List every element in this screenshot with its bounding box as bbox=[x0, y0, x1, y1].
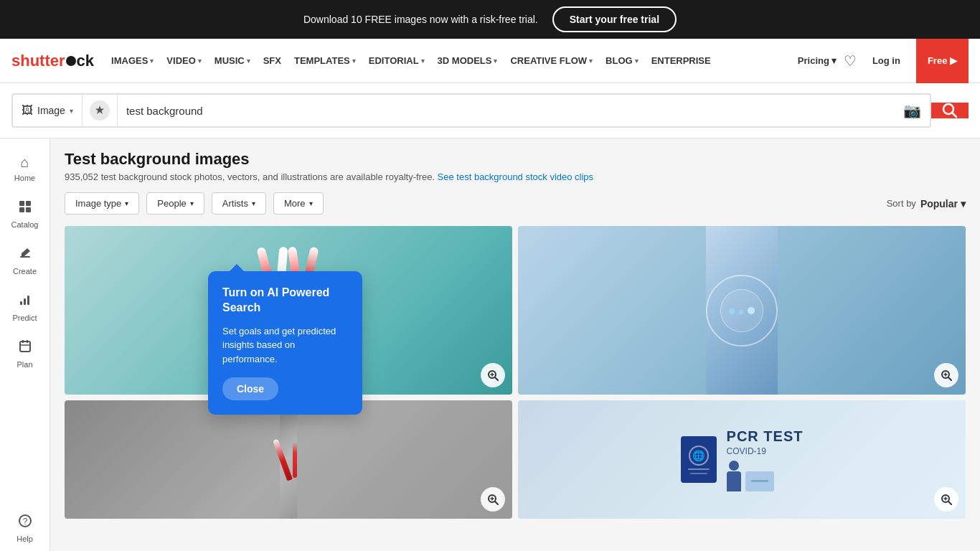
nav-enterprise[interactable]: ENTERPRISE bbox=[646, 51, 717, 70]
ai-popup-close-button[interactable]: Close bbox=[222, 377, 278, 400]
sort-value-button[interactable]: Popular ▾ bbox=[920, 198, 966, 209]
chevron-down-icon: ▾ bbox=[961, 198, 966, 209]
nav-actions: Pricing ▾ ♡ Log in Free ▶ bbox=[798, 39, 969, 83]
chevron-down-icon: ▾ bbox=[831, 55, 837, 66]
search-bar: 🖼 Image ▾ 📷 bbox=[11, 93, 931, 128]
svg-rect-2 bbox=[19, 201, 24, 206]
image-type-icon: 🖼 bbox=[22, 104, 33, 117]
nav-blog[interactable]: BLOG ▾ bbox=[600, 51, 644, 70]
main-content: Test background images 935,052 test back… bbox=[50, 138, 980, 551]
camera-search-icon[interactable]: 📷 bbox=[895, 102, 930, 119]
chevron-down-icon: ▾ bbox=[247, 57, 250, 65]
svg-rect-3 bbox=[26, 201, 31, 206]
nav-creative-flow[interactable]: CREATIVE FLOW ▾ bbox=[504, 51, 598, 70]
sort-by-container: Sort by Popular ▾ bbox=[887, 198, 966, 209]
image-card-tech-hands[interactable] bbox=[518, 226, 966, 395]
chevron-down-icon: ▾ bbox=[150, 57, 154, 65]
sidebar-item-plan[interactable]: Plan bbox=[0, 331, 50, 377]
svg-line-1 bbox=[952, 113, 956, 117]
logo-text-part1: shutter bbox=[11, 52, 65, 70]
svg-rect-8 bbox=[24, 298, 26, 305]
sidebar-item-create[interactable]: Create bbox=[0, 237, 50, 284]
results-title: Test background images bbox=[65, 150, 966, 169]
svg-line-21 bbox=[948, 377, 951, 380]
ai-popup: Turn on AI Powered Search Set goals and … bbox=[208, 271, 362, 415]
nav-templates[interactable]: TEMPLATES ▾ bbox=[288, 51, 362, 70]
catalog-icon bbox=[18, 199, 32, 217]
logo[interactable]: shutterck bbox=[11, 52, 94, 70]
nav-editorial[interactable]: EDITORIAL ▾ bbox=[363, 51, 430, 70]
chevron-down-icon: ▾ bbox=[70, 107, 73, 115]
pcr-subtitle: COVID-19 bbox=[727, 446, 766, 456]
sidebar-item-help[interactable]: ? Help bbox=[0, 505, 50, 551]
zoom-icon bbox=[941, 494, 952, 505]
search-input[interactable] bbox=[118, 105, 895, 117]
filter-more[interactable]: More ▾ bbox=[273, 192, 324, 215]
chevron-down-icon: ▾ bbox=[125, 199, 128, 207]
pcr-title: PCR TEST bbox=[727, 428, 804, 445]
top-banner: Download 10 FREE images now with a risk-… bbox=[0, 0, 980, 39]
chevron-down-icon: ▾ bbox=[494, 57, 497, 65]
popup-triangle bbox=[230, 264, 244, 271]
filter-image-type[interactable]: Image type ▾ bbox=[65, 192, 139, 215]
help-icon: ? bbox=[18, 514, 32, 532]
sidebar-item-home[interactable]: ⌂ Home bbox=[0, 146, 50, 191]
sidebar: ⌂ Home Catalog Create bbox=[0, 138, 50, 551]
svg-rect-4 bbox=[19, 207, 24, 212]
search-icon bbox=[942, 103, 958, 118]
filter-artists[interactable]: Artists ▾ bbox=[212, 192, 266, 215]
image-card-blood-test[interactable] bbox=[65, 400, 512, 519]
chevron-down-icon: ▾ bbox=[352, 57, 356, 65]
sidebar-item-predict[interactable]: Predict bbox=[0, 284, 50, 331]
banner-text: Download 10 FREE images now with a risk-… bbox=[303, 14, 538, 25]
predict-icon bbox=[18, 293, 32, 311]
logo-dot bbox=[66, 56, 76, 66]
search-button[interactable] bbox=[931, 103, 969, 118]
svg-line-17 bbox=[495, 377, 498, 380]
page-layout: ⌂ Home Catalog Create bbox=[0, 138, 980, 551]
ai-search-toggle[interactable] bbox=[83, 95, 118, 126]
svg-rect-7 bbox=[20, 301, 22, 305]
zoom-button[interactable] bbox=[934, 363, 958, 387]
nav-video[interactable]: VIDEO ▾ bbox=[161, 51, 207, 70]
zoom-button[interactable] bbox=[481, 487, 505, 512]
nav-pricing[interactable]: Pricing ▾ bbox=[798, 55, 837, 66]
nav-items: IMAGES ▾ VIDEO ▾ MUSIC ▾ SFX TEMPLATES ▾… bbox=[105, 51, 795, 70]
favorites-icon[interactable]: ♡ bbox=[844, 52, 857, 70]
chevron-down-icon: ▾ bbox=[198, 57, 202, 65]
svg-rect-9 bbox=[27, 296, 29, 305]
sidebar-item-catalog[interactable]: Catalog bbox=[0, 191, 50, 237]
image-grid: COVID-19 LABORATORY TEST ⬛ STOP CORONAVI… bbox=[65, 226, 966, 519]
chevron-down-icon: ▾ bbox=[589, 57, 593, 65]
nav-sfx[interactable]: SFX bbox=[258, 51, 287, 70]
free-button[interactable]: Free ▶ bbox=[916, 39, 969, 83]
zoom-icon bbox=[487, 494, 499, 505]
svg-line-25 bbox=[495, 501, 498, 504]
filters-row: Image type ▾ People ▾ Artists ▾ More ▾ S… bbox=[65, 192, 966, 215]
chevron-down-icon: ▾ bbox=[190, 199, 194, 207]
nav-images[interactable]: IMAGES ▾ bbox=[105, 51, 159, 70]
svg-rect-10 bbox=[20, 342, 30, 352]
login-button[interactable]: Log in bbox=[864, 51, 909, 70]
nav-music[interactable]: MUSIC ▾ bbox=[209, 51, 256, 70]
zoom-button[interactable] bbox=[934, 487, 958, 512]
search-type-label: Image bbox=[37, 105, 65, 116]
logo-text-part2: ck bbox=[77, 52, 94, 70]
ai-popup-title: Turn on AI Powered Search bbox=[222, 286, 348, 316]
sort-label: Sort by bbox=[887, 198, 916, 209]
chevron-down-icon: ▾ bbox=[635, 57, 639, 65]
search-type-selector[interactable]: 🖼 Image ▾ bbox=[13, 95, 83, 126]
zoom-icon bbox=[941, 369, 952, 381]
filter-people[interactable]: People ▾ bbox=[146, 192, 204, 215]
svg-rect-6 bbox=[20, 256, 30, 258]
svg-line-29 bbox=[948, 501, 951, 504]
trial-button[interactable]: Start your free trial bbox=[552, 6, 677, 32]
zoom-button[interactable] bbox=[481, 363, 505, 387]
ai-icon bbox=[90, 100, 110, 121]
video-clips-link[interactable]: See test background stock video clips bbox=[438, 171, 594, 182]
plan-icon bbox=[18, 339, 32, 357]
chevron-down-icon: ▾ bbox=[252, 199, 255, 207]
image-card-pcr-test[interactable]: 🌐 PCR TEST COVID-19 bbox=[518, 400, 966, 519]
nav-3dmodels[interactable]: 3D MODELS ▾ bbox=[432, 51, 504, 70]
svg-text:?: ? bbox=[22, 517, 27, 527]
